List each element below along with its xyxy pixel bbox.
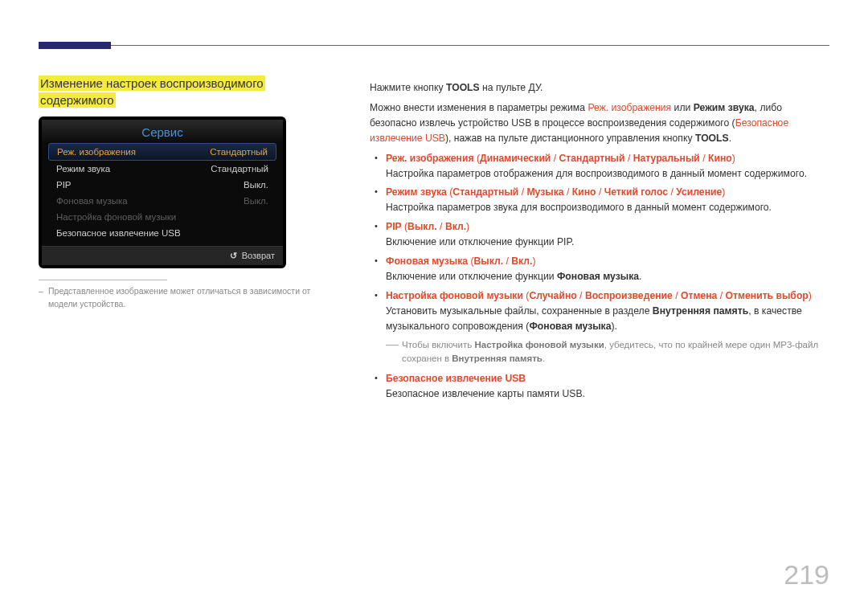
osd-row-value: Стандартный — [211, 164, 268, 174]
osd-row: PIPВыкл. — [48, 177, 276, 193]
osd-row-label: Безопасное извлечение USB — [56, 228, 181, 238]
item-bgm-settings: Настройка фоновой музыки (Случайно / Вос… — [386, 288, 828, 334]
section-title-line2: содержимого — [39, 92, 116, 108]
osd-row-value: Выкл. — [244, 180, 268, 190]
osd-row-label: Реж. изображения — [57, 147, 136, 157]
osd-row: Режим звукаСтандартный — [48, 161, 276, 177]
osd-row: Реж. изображенияСтандартный — [48, 143, 276, 161]
footnote-divider — [39, 280, 167, 280]
footnote: Представленное изображение может отличат… — [39, 285, 336, 311]
osd-row: Настройка фоновой музыки — [48, 209, 276, 225]
item-picture-mode: Реж. изображения (Динамический / Стандар… — [386, 151, 828, 182]
osd-title: Сервис — [42, 120, 283, 143]
osd-row: Фоновая музыкаВыкл. — [48, 193, 276, 209]
item-pip: PIP (Выкл. / Вкл.) Включение или отключе… — [386, 219, 828, 250]
page-number: 219 — [784, 559, 829, 591]
osd-row-label: Настройка фоновой музыки — [56, 212, 176, 222]
options-list: Реж. изображения (Динамический / Стандар… — [370, 151, 828, 334]
osd-row-value: Выкл. — [244, 196, 268, 206]
section-title-line1: Изменение настроек воспроизводимого — [39, 76, 265, 91]
osd-row-label: Режим звука — [56, 164, 110, 174]
osd-row-label: PIP — [56, 180, 72, 190]
osd-row-label: Фоновая музыка — [56, 196, 128, 206]
item-sound-mode: Режим звука (Стандартный / Музыка / Кино… — [386, 185, 828, 215]
header-divider — [39, 45, 829, 46]
osd-footer: ↺ Возврат — [42, 246, 283, 265]
options-list-2: Безопасное извлечение USB Безопасное изв… — [370, 371, 828, 402]
left-column: Изменение настроек воспроизводимого соде… — [39, 75, 336, 311]
intro-line-1: Нажмите кнопку TOOLS на пульте ДУ. — [370, 80, 828, 96]
osd-row-value: Стандартный — [210, 147, 268, 157]
osd-panel: Сервис Реж. изображенияСтандартныйРежим … — [39, 116, 286, 268]
osd-row: Безопасное извлечение USB — [48, 225, 276, 241]
section-title: Изменение настроек воспроизводимого соде… — [39, 75, 336, 108]
osd-return-label: Возврат — [242, 251, 275, 260]
item-bgm: Фоновая музыка (Выкл. / Вкл.) Включение … — [386, 254, 828, 284]
osd-list: Реж. изображенияСтандартныйРежим звукаСт… — [42, 143, 283, 246]
note-bgm-requirement: Чтобы включить Настройка фоновой музыки,… — [386, 338, 828, 367]
item-usb-remove: Безопасное извлечение USB Безопасное изв… — [386, 371, 828, 402]
return-icon: ↺ — [230, 251, 237, 261]
header-accent — [39, 42, 111, 49]
intro-line-2: Можно внести изменения в параметры режим… — [370, 100, 828, 146]
right-column: Нажмите кнопку TOOLS на пульте ДУ. Можно… — [370, 80, 828, 406]
